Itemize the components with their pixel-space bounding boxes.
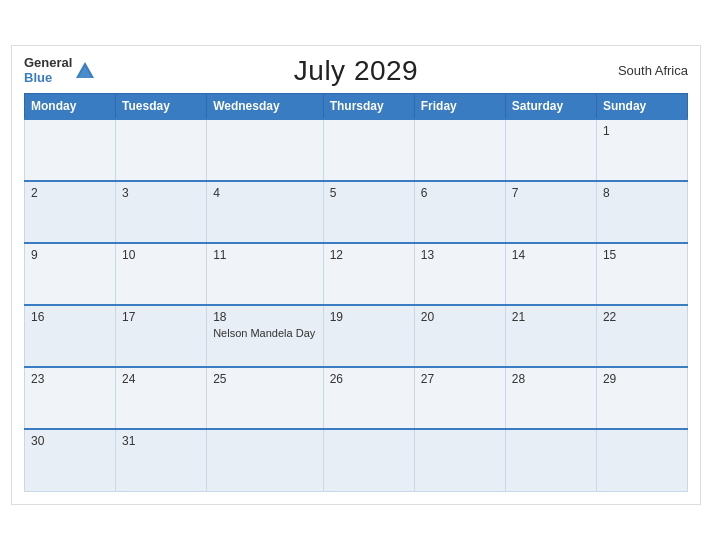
calendar-cell [505,119,596,181]
calendar-cell: 28 [505,367,596,429]
calendar-cell: 3 [116,181,207,243]
calendar-cell: 30 [25,429,116,491]
logo-blue: Blue [24,71,72,85]
day-number: 7 [512,186,519,200]
day-number: 28 [512,372,525,386]
day-number: 11 [213,248,226,262]
logo-general: General [24,56,72,70]
calendar-cell [414,429,505,491]
header-wednesday: Wednesday [207,94,324,120]
day-number: 16 [31,310,44,324]
calendar-cell: 17 [116,305,207,367]
calendar-cell: 1 [596,119,687,181]
header-saturday: Saturday [505,94,596,120]
day-number: 5 [330,186,337,200]
calendar-grid: Monday Tuesday Wednesday Thursday Friday… [24,93,688,492]
day-number: 27 [421,372,434,386]
calendar-cell: 20 [414,305,505,367]
calendar-cell [414,119,505,181]
day-number: 3 [122,186,129,200]
calendar-cell: 21 [505,305,596,367]
header-friday: Friday [414,94,505,120]
calendar-cell: 25 [207,367,324,429]
calendar-cell: 12 [323,243,414,305]
calendar-week-row: 2345678 [25,181,688,243]
calendar-cell: 16 [25,305,116,367]
logo-icon [74,60,96,82]
calendar-week-row: 161718Nelson Mandela Day19202122 [25,305,688,367]
calendar-cell: 2 [25,181,116,243]
calendar-cell [207,119,324,181]
calendar-week-row: 3031 [25,429,688,491]
calendar-cell: 4 [207,181,324,243]
day-number: 19 [330,310,343,324]
day-number: 22 [603,310,616,324]
calendar-week-row: 1 [25,119,688,181]
day-number: 13 [421,248,434,262]
day-number: 29 [603,372,616,386]
logo: General Blue [24,56,96,85]
day-number: 12 [330,248,343,262]
calendar-cell [25,119,116,181]
calendar-cell: 13 [414,243,505,305]
day-number: 14 [512,248,525,262]
calendar-cell: 15 [596,243,687,305]
day-number: 24 [122,372,135,386]
calendar-cell: 26 [323,367,414,429]
calendar-header: General Blue July 2029 South Africa [24,56,688,85]
header-thursday: Thursday [323,94,414,120]
calendar-week-row: 23242526272829 [25,367,688,429]
day-number: 25 [213,372,226,386]
calendar-cell: 24 [116,367,207,429]
day-number: 10 [122,248,135,262]
calendar-cell: 14 [505,243,596,305]
day-number: 1 [603,124,610,138]
day-number: 9 [31,248,38,262]
calendar-cell: 5 [323,181,414,243]
calendar-cell: 18Nelson Mandela Day [207,305,324,367]
calendar-cell: 27 [414,367,505,429]
country-label: South Africa [618,63,688,78]
calendar-cell: 11 [207,243,324,305]
calendar-cell [116,119,207,181]
calendar-cell: 6 [414,181,505,243]
header-tuesday: Tuesday [116,94,207,120]
day-event: Nelson Mandela Day [213,326,317,340]
calendar-cell: 10 [116,243,207,305]
day-number: 26 [330,372,343,386]
calendar-cell [596,429,687,491]
calendar-cell [323,429,414,491]
weekday-header-row: Monday Tuesday Wednesday Thursday Friday… [25,94,688,120]
calendar-cell: 29 [596,367,687,429]
day-number: 15 [603,248,616,262]
day-number: 6 [421,186,428,200]
day-number: 31 [122,434,135,448]
header-monday: Monday [25,94,116,120]
calendar-cell: 22 [596,305,687,367]
calendar-cell: 8 [596,181,687,243]
day-number: 8 [603,186,610,200]
day-number: 30 [31,434,44,448]
calendar-cell: 7 [505,181,596,243]
day-number: 17 [122,310,135,324]
calendar-cell [207,429,324,491]
day-number: 2 [31,186,38,200]
calendar-title: July 2029 [294,55,418,87]
calendar-container: General Blue July 2029 South Africa Mond… [11,45,701,504]
calendar-cell: 23 [25,367,116,429]
calendar-cell: 31 [116,429,207,491]
day-number: 18 [213,310,226,324]
calendar-cell: 19 [323,305,414,367]
calendar-cell [323,119,414,181]
day-number: 23 [31,372,44,386]
calendar-cell [505,429,596,491]
calendar-cell: 9 [25,243,116,305]
header-sunday: Sunday [596,94,687,120]
day-number: 21 [512,310,525,324]
day-number: 4 [213,186,220,200]
calendar-week-row: 9101112131415 [25,243,688,305]
logo-text: General Blue [24,56,72,85]
day-number: 20 [421,310,434,324]
